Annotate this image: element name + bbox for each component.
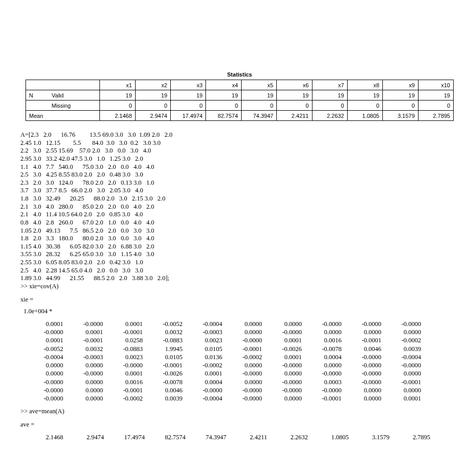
matrix-cell: 0.0001 xyxy=(385,394,425,403)
vector-cell: 2.7895 xyxy=(395,433,435,441)
matrix-cell: -0.0052 xyxy=(147,320,187,328)
matrix-cell: 0.0000 xyxy=(266,369,306,378)
row-valid: N Valid 19 19 19 19 19 19 19 19 19 19 xyxy=(26,90,454,101)
matrix-cell: 0.0001 xyxy=(266,353,306,361)
matrix-cell: -0.0000 xyxy=(107,361,147,369)
matrix-row: 0.0001-0.00010.0258-0.08830.0023-0.00000… xyxy=(28,336,459,344)
missing-label: Missing xyxy=(48,101,100,111)
matrix-cell: -0.0000 xyxy=(385,320,425,328)
matrix-cell: -0.0002 xyxy=(385,336,425,344)
matrix-cell: -0.0000 xyxy=(226,369,266,378)
matrix-cell: -0.0000 xyxy=(28,378,67,386)
ave-command: >> ave=mean(A) xyxy=(20,408,459,416)
cell: 0 xyxy=(135,101,170,111)
matrix-cell: -0.0001 xyxy=(346,336,385,344)
matrix-cell: 0.0000 xyxy=(67,394,107,403)
row-missing: Missing 0 0 0 0 0 0 0 0 0 0 xyxy=(26,101,454,111)
cell: 74.3947 xyxy=(241,111,276,121)
matrix-cell: 0.0003 xyxy=(306,378,346,386)
cell: 19 xyxy=(312,90,347,101)
cell: 0 xyxy=(100,101,135,111)
matrix-cell: 0.0000 xyxy=(226,328,266,336)
cell: 0 xyxy=(206,101,241,111)
matrix-row: -0.00520.0032-0.08831.99450.0105-0.0001-… xyxy=(28,345,459,353)
matrix-cell: -0.0078 xyxy=(306,345,346,353)
matrix-row: -0.00000.0001-0.00010.0032-0.00030.0000-… xyxy=(28,328,459,336)
cell: 19 xyxy=(100,90,135,101)
n-label: N xyxy=(26,90,49,101)
matrix-cell: -0.0052 xyxy=(28,345,67,353)
matrix-cell: 0.0000 xyxy=(67,386,107,394)
vector-cell: 74.3947 xyxy=(191,433,231,441)
matrix-cell: -0.0000 xyxy=(346,369,385,378)
vector-cell: 2.4211 xyxy=(231,433,272,441)
matrix-cell: 0.0001 xyxy=(28,320,67,328)
vector-cell: 82.7574 xyxy=(150,433,191,441)
cell: 19 xyxy=(383,90,418,101)
matrix-cell: -0.0883 xyxy=(107,345,147,353)
cell: 3.1579 xyxy=(383,111,418,121)
matrix-cell: -0.0000 xyxy=(67,320,107,328)
matrix-cell: -0.0001 xyxy=(385,378,425,386)
vector-cell: 2.9474 xyxy=(68,433,109,441)
cell: 0 xyxy=(171,101,206,111)
matrix-cell: -0.0000 xyxy=(187,386,226,394)
cell: 0 xyxy=(347,101,382,111)
matrix-cell: 0.0001 xyxy=(28,336,67,344)
col-header: x4 xyxy=(206,80,241,90)
blank-cell xyxy=(48,111,100,121)
cell: 19 xyxy=(418,90,453,101)
matrix-cell: 0.0000 xyxy=(226,320,266,328)
matrix-cell: -0.0883 xyxy=(147,336,187,344)
matrix-row: -0.00000.0000-0.00010.0046-0.0000-0.0000… xyxy=(28,386,459,394)
matrix-cell: -0.0026 xyxy=(147,369,187,378)
matrix-cell: -0.0000 xyxy=(226,336,266,344)
cell: 0 xyxy=(383,101,418,111)
xie-scale: 1.0e+004 * xyxy=(20,308,459,316)
matrix-cell: 0.0039 xyxy=(385,345,425,353)
matrix-cell: 0.0000 xyxy=(385,369,425,378)
matrix-cell: -0.0078 xyxy=(147,378,187,386)
cell: 19 xyxy=(347,90,382,101)
cell: 0 xyxy=(277,101,312,111)
mean-label: Mean xyxy=(26,111,49,121)
matrix-cell: 0.0000 xyxy=(346,394,385,403)
matrix-cell: -0.0003 xyxy=(67,353,107,361)
cell: 2.4211 xyxy=(277,111,312,121)
matrix-cell: -0.0000 xyxy=(28,386,67,394)
matrix-cell: 0.0000 xyxy=(28,369,67,378)
cell: 0 xyxy=(312,101,347,111)
matrix-cell: -0.0001 xyxy=(107,328,147,336)
matrix-row: 0.0000-0.00000.0001-0.00260.0001-0.00000… xyxy=(28,369,459,378)
matrix-cell: 0.0046 xyxy=(147,386,187,394)
matrix-cell: -0.0000 xyxy=(306,386,346,394)
matrix-cell: 0.0001 xyxy=(187,369,226,378)
matrix-cell: -0.0000 xyxy=(266,386,306,394)
valid-label: Valid xyxy=(48,90,100,101)
matrix-cell: 0.0136 xyxy=(187,353,226,361)
matrix-cell: -0.0000 xyxy=(266,361,306,369)
matrix-cell: 0.0032 xyxy=(147,328,187,336)
matrix-cell: 0.0004 xyxy=(306,353,346,361)
matrix-cell: 0.0000 xyxy=(266,394,306,403)
matrix-cell: -0.0001 xyxy=(306,394,346,403)
matrix-cell: 0.0001 xyxy=(107,320,147,328)
matrix-cell: 0.0001 xyxy=(107,369,147,378)
matrix-cell: 0.0000 xyxy=(306,328,346,336)
cell: 19 xyxy=(206,90,241,101)
matrix-cell: -0.0001 xyxy=(67,336,107,344)
matrix-cell: -0.0003 xyxy=(187,328,226,336)
matrix-row: -0.00000.0000-0.00020.0039-0.0004-0.0000… xyxy=(28,394,459,403)
cell: 17.4974 xyxy=(171,111,206,121)
blank-cell xyxy=(26,101,49,111)
xie-label: xie = xyxy=(20,296,459,304)
matrix-cell: 0.0032 xyxy=(67,345,107,353)
matrix-cell: -0.0001 xyxy=(147,361,187,369)
matrix-cell: -0.0000 xyxy=(226,386,266,394)
cell: 82.7574 xyxy=(206,111,241,121)
cell: 19 xyxy=(171,90,206,101)
matrix-cell: -0.0000 xyxy=(385,361,425,369)
matrix-cell: -0.0000 xyxy=(266,328,306,336)
matrix-cell: 0.0105 xyxy=(147,353,187,361)
matrix-cell: 0.0004 xyxy=(187,378,226,386)
